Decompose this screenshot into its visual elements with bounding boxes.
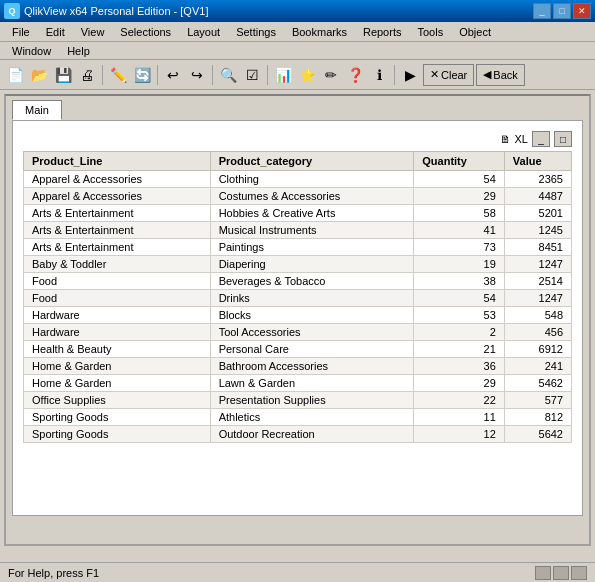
select-button[interactable]: ☑ <box>241 64 263 86</box>
menu-reports[interactable]: Reports <box>355 24 410 40</box>
table-row: Apparel & AccessoriesClothing542365 <box>24 171 572 188</box>
table-cell: Food <box>24 290 211 307</box>
title-bar: Q QlikView x64 Personal Edition - [QV1] … <box>0 0 595 22</box>
menu-bar: File Edit View Selections Layout Setting… <box>0 22 595 42</box>
clear-label: Clear <box>441 69 467 81</box>
table-cell: 12 <box>414 426 505 443</box>
clear-button[interactable]: ✕ Clear <box>423 64 474 86</box>
arrow-button[interactable]: ▶ <box>399 64 421 86</box>
table-cell: 5642 <box>504 426 571 443</box>
table-cell: 21 <box>414 341 505 358</box>
col-product-line[interactable]: Product_Line <box>24 152 211 171</box>
back-button[interactable]: ◀ Back <box>476 64 524 86</box>
info-button[interactable]: ℹ <box>368 64 390 86</box>
menu-view[interactable]: View <box>73 24 113 40</box>
col-quantity[interactable]: Quantity <box>414 152 505 171</box>
toolbar-sep-4 <box>267 65 268 85</box>
table-row: Baby & ToddlerDiapering191247 <box>24 256 572 273</box>
save-button[interactable]: 💾 <box>52 64 74 86</box>
app-icon: Q <box>4 3 20 19</box>
table-wrapper: 🗎 XL _ □ Product_Line Product_category Q… <box>13 121 582 453</box>
table-cell: Apparel & Accessories <box>24 188 211 205</box>
print-button[interactable]: 🖨 <box>76 64 98 86</box>
menu-layout[interactable]: Layout <box>179 24 228 40</box>
xl-label: XL <box>515 133 528 145</box>
table-minimize-button[interactable]: _ <box>532 131 550 147</box>
menu-file[interactable]: File <box>4 24 38 40</box>
table-cell: 6912 <box>504 341 571 358</box>
menu-bookmarks[interactable]: Bookmarks <box>284 24 355 40</box>
table-cell: Paintings <box>210 239 414 256</box>
table-cell: Sporting Goods <box>24 409 211 426</box>
table-cell: Athletics <box>210 409 414 426</box>
table-controls: 🗎 XL _ □ <box>23 131 572 147</box>
menu-tools[interactable]: Tools <box>409 24 451 40</box>
table-cell: 36 <box>414 358 505 375</box>
menu-object[interactable]: Object <box>451 24 499 40</box>
toolbar-sep-2 <box>157 65 158 85</box>
table-row: Home & GardenLawn & Garden295462 <box>24 375 572 392</box>
table-cell: Hardware <box>24 324 211 341</box>
table-cell: Outdoor Recreation <box>210 426 414 443</box>
table-cell: 22 <box>414 392 505 409</box>
star-button[interactable]: ⭐ <box>296 64 318 86</box>
menu-help[interactable]: Help <box>59 43 98 59</box>
window-controls[interactable]: _ □ ✕ <box>533 3 591 19</box>
table-cell: Office Supplies <box>24 392 211 409</box>
table-cell: Health & Beauty <box>24 341 211 358</box>
close-button[interactable]: ✕ <box>573 3 591 19</box>
table-row: HardwareBlocks53548 <box>24 307 572 324</box>
edit-script-button[interactable]: ✏️ <box>107 64 129 86</box>
table-cell: 5201 <box>504 205 571 222</box>
table-cell: 1247 <box>504 256 571 273</box>
table-cell: 1245 <box>504 222 571 239</box>
table-row: Arts & EntertainmentPaintings738451 <box>24 239 572 256</box>
table-cell: 577 <box>504 392 571 409</box>
table-maximize-button[interactable]: □ <box>554 131 572 147</box>
table-cell: Bathroom Accessories <box>210 358 414 375</box>
table-cell: 58 <box>414 205 505 222</box>
table-cell: Clothing <box>210 171 414 188</box>
inner-window: Main 🗎 XL _ □ Product_Line Product_categ… <box>4 94 591 546</box>
table-cell: Hobbies & Creative Arts <box>210 205 414 222</box>
menu-window[interactable]: Window <box>4 43 59 59</box>
col-value[interactable]: Value <box>504 152 571 171</box>
table-cell: Arts & Entertainment <box>24 205 211 222</box>
tab-main[interactable]: Main <box>12 100 62 120</box>
table-cell: Costumes & Accessories <box>210 188 414 205</box>
menu-selections[interactable]: Selections <box>112 24 179 40</box>
main-toolbar: 📄 📂 💾 🖨 ✏️ 🔄 ↩ ↪ 🔍 ☑ 📊 ⭐ ✏ ❓ ℹ ▶ ✕ Clear… <box>0 60 595 90</box>
back-arrow-icon: ◀ <box>483 68 491 81</box>
table-cell: Blocks <box>210 307 414 324</box>
data-table: Product_Line Product_category Quantity V… <box>23 151 572 443</box>
status-box-2 <box>553 566 569 580</box>
minimize-button[interactable]: _ <box>533 3 551 19</box>
table-header-row: Product_Line Product_category Quantity V… <box>24 152 572 171</box>
status-text: For Help, press F1 <box>8 567 99 579</box>
table-cell: Arts & Entertainment <box>24 222 211 239</box>
table-cell: 38 <box>414 273 505 290</box>
open-button[interactable]: 📂 <box>28 64 50 86</box>
redo-button[interactable]: ↪ <box>186 64 208 86</box>
table-cell: Apparel & Accessories <box>24 171 211 188</box>
table-row: Arts & EntertainmentHobbies & Creative A… <box>24 205 572 222</box>
table-cell: Sporting Goods <box>24 426 211 443</box>
chart-button[interactable]: 📊 <box>272 64 294 86</box>
col-product-category[interactable]: Product_category <box>210 152 414 171</box>
help-button[interactable]: ❓ <box>344 64 366 86</box>
restore-button[interactable]: □ <box>553 3 571 19</box>
main-content: 🗎 XL _ □ Product_Line Product_category Q… <box>12 120 583 516</box>
reload-button[interactable]: 🔄 <box>131 64 153 86</box>
table-cell: 11 <box>414 409 505 426</box>
menu-settings[interactable]: Settings <box>228 24 284 40</box>
table-cell: Baby & Toddler <box>24 256 211 273</box>
table-cell: 73 <box>414 239 505 256</box>
find-button[interactable]: 🔍 <box>217 64 239 86</box>
menu-edit[interactable]: Edit <box>38 24 73 40</box>
table-cell: 1247 <box>504 290 571 307</box>
table-cell: 4487 <box>504 188 571 205</box>
table-row: FoodBeverages & Tobacco382514 <box>24 273 572 290</box>
edit2-button[interactable]: ✏ <box>320 64 342 86</box>
new-button[interactable]: 📄 <box>4 64 26 86</box>
undo-button[interactable]: ↩ <box>162 64 184 86</box>
